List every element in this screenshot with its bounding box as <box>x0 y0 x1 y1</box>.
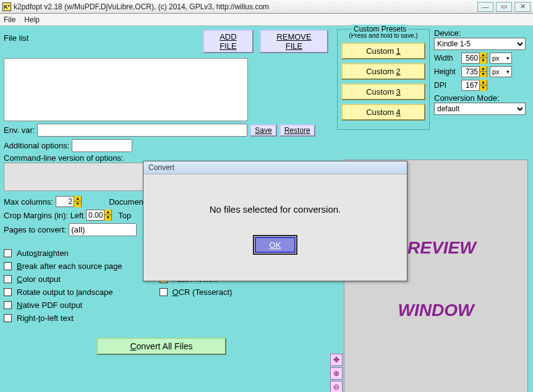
crop-left-spinner[interactable]: ▲▼ <box>86 210 112 221</box>
checkbox-ocr-tesseract-[interactable]: OCR (Tesseract) <box>160 288 240 297</box>
checkbox-icon[interactable] <box>4 262 12 270</box>
add-file-button[interactable]: ADD FILE <box>203 30 254 53</box>
mode-label: Conversion Mode: <box>434 93 528 103</box>
filelist[interactable] <box>4 58 248 121</box>
dialog-title: Convert <box>143 161 407 174</box>
max-cols-label: Max columns: <box>4 197 53 207</box>
zoom-in-icon[interactable]: ⊕ <box>330 367 343 380</box>
spin-down-icon[interactable]: ▼ <box>74 202 81 207</box>
crop-label: Crop Margins (in): Left <box>4 211 83 220</box>
preset-button-3[interactable]: Custom 3 <box>341 83 425 100</box>
preset-button-4[interactable]: Custom 4 <box>341 104 425 121</box>
checkbox-label: Break after each source page <box>17 262 122 271</box>
dpi-spinner[interactable]: ▲▼ <box>461 80 487 91</box>
preview-placeholder: PREVIEWWINDOW <box>396 232 475 326</box>
height-spinner[interactable]: ▲▼ <box>461 66 487 77</box>
checkbox-icon[interactable] <box>160 288 168 296</box>
cmdline-label: Command-line version of options: <box>4 153 124 163</box>
height-unit-select[interactable]: px <box>490 66 512 77</box>
width-unit-select[interactable]: px <box>490 53 512 64</box>
document-label: Document <box>109 197 145 207</box>
checkbox-label: OCR (Tesseract) <box>173 288 232 297</box>
crop-top-label: Top <box>118 211 131 220</box>
zoom-out-icon[interactable]: ⊖ <box>330 381 343 392</box>
window-title: k2pdfopt v2.18 (w/MuPDF,DjVuLibre,OCR), … <box>14 2 477 11</box>
checkbox-icon[interactable] <box>4 275 12 283</box>
addl-options-input[interactable] <box>72 139 132 152</box>
preset-button-2[interactable]: Custom 2 <box>341 63 425 80</box>
presets-legend: Custom Presets <box>351 25 409 33</box>
menubar: File Help <box>0 14 533 26</box>
fit-icon[interactable]: ✥ <box>330 354 343 366</box>
checkbox-color-output[interactable]: Color output <box>4 275 122 284</box>
env-var-label: Env. var: <box>4 126 35 135</box>
pages-label: Pages to convert: <box>4 225 66 234</box>
close-button[interactable]: ✕ <box>514 2 531 12</box>
restore-button[interactable]: Restore <box>279 124 315 137</box>
mode-select[interactable]: default <box>434 103 526 115</box>
spin-up-icon[interactable]: ▲ <box>74 196 81 202</box>
width-label: Width <box>434 54 459 62</box>
preset-button-1[interactable]: Custom 1 <box>341 43 425 59</box>
device-panel: Device: Kindle 1-5 Width ▲▼ px Height ▲▼… <box>434 28 528 115</box>
dialog-message: No files selected for conversion. <box>143 204 407 215</box>
menu-help[interactable]: Help <box>24 15 40 24</box>
filelist-label: File list <box>4 30 37 56</box>
dpi-label: DPI <box>434 81 459 90</box>
app-icon: K² <box>2 2 11 11</box>
titlebar: K² k2pdfopt v2.18 (w/MuPDF,DjVuLibre,OCR… <box>0 0 533 14</box>
checkbox-label: Right-to-left text <box>17 313 74 323</box>
pages-input[interactable] <box>69 223 137 236</box>
convert-all-button[interactable]: CConvert All Filesonvert All Files <box>96 338 226 355</box>
checkbox-break-after-each-source-page[interactable]: Break after each source page <box>4 262 122 271</box>
convert-dialog: Convert No files selected for conversion… <box>143 161 407 281</box>
env-var-input[interactable] <box>37 124 247 137</box>
menu-file[interactable]: File <box>4 15 15 24</box>
checkbox-autostraighten[interactable]: Autostraighten <box>4 249 122 258</box>
max-cols-spinner[interactable]: ▲▼ <box>56 196 82 207</box>
checkbox-label: Native PDF output <box>17 300 82 310</box>
device-label: Device: <box>434 28 528 38</box>
checkbox-label: Rotate output to landscape <box>17 288 113 297</box>
maximize-button[interactable]: ▭ <box>496 2 512 12</box>
checkbox-native-pdf-output[interactable]: Native PDF output <box>4 300 122 310</box>
device-select[interactable]: Kindle 1-5 <box>434 38 526 50</box>
checkbox-icon[interactable] <box>4 288 12 296</box>
addl-options-label: Additional options: <box>4 141 69 150</box>
checkbox-rotate-output-to-landscape[interactable]: Rotate output to landscape <box>4 288 122 297</box>
height-label: Height <box>434 67 459 76</box>
minimize-button[interactable]: — <box>477 2 493 12</box>
checkbox-icon[interactable] <box>4 314 12 322</box>
checkbox-label: Autostraighten <box>17 249 69 258</box>
save-button[interactable]: Save <box>250 124 276 137</box>
checkbox-right-to-left-text[interactable]: Right-to-left text <box>4 313 122 323</box>
checkbox-icon[interactable] <box>4 301 12 309</box>
checkbox-label: Color output <box>17 275 61 284</box>
remove-file-button[interactable]: REMOVE FILE <box>260 30 328 53</box>
presets-group: Custom Presets (Press and hold to save.)… <box>337 29 430 130</box>
dialog-ok-button[interactable]: OK <box>255 237 296 253</box>
checkbox-icon[interactable] <box>4 249 12 257</box>
width-spinner[interactable]: ▲▼ <box>461 53 487 64</box>
